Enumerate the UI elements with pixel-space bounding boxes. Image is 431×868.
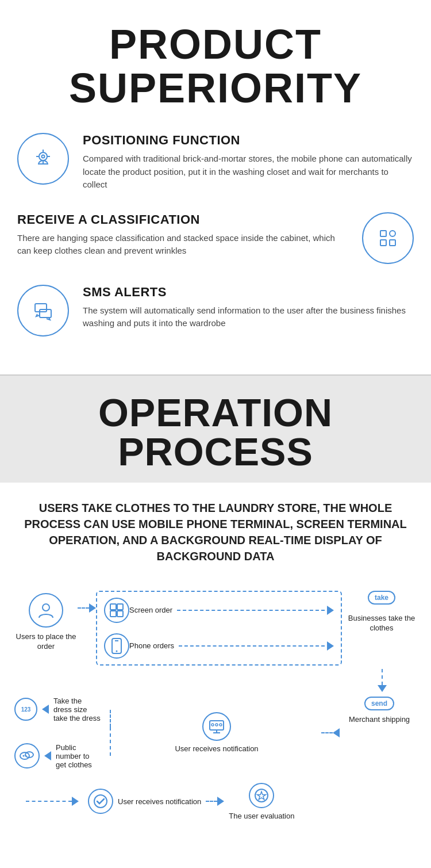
wechat-icon: [19, 748, 35, 764]
phone-arrow: [327, 641, 334, 651]
positioning-title: POSITIONING FUNCTION: [83, 133, 414, 148]
take-dress-item: 123 Take the dress size take the dress: [14, 697, 102, 722]
check-icon: [93, 793, 109, 809]
svg-rect-6: [35, 304, 47, 312]
arrow-down: [378, 685, 387, 692]
location-icon: [30, 146, 56, 171]
operation-section: OPERATION PROCESS: [0, 376, 431, 483]
bottom-check-block: User receives notification: [88, 789, 201, 814]
svg-point-17: [23, 755, 25, 757]
svg-rect-7: [40, 309, 51, 318]
process-content: USERS TAKE CLOTHES TO THE LAUNDRY STORE,…: [0, 483, 431, 843]
svg-point-15: [116, 650, 118, 652]
send-tag: send: [364, 697, 394, 710]
svg-rect-10: [117, 604, 123, 610]
spacer: [14, 727, 102, 739]
svg-rect-4: [380, 240, 386, 246]
svg-point-26: [94, 795, 107, 808]
mid-notification: User receives notification: [114, 697, 319, 769]
person-icon: [36, 601, 56, 620]
screen-icon: [109, 603, 124, 618]
svg-point-0: [39, 152, 47, 160]
user-receives2-label: User receives notification: [118, 797, 201, 806]
feature-classification: RECEIVE A CLASSIFICATION There are hangi…: [17, 212, 414, 264]
mid-section: 123 Take the dress size take the dress: [14, 697, 417, 769]
phone-h-line: [179, 645, 325, 647]
notification-icon-mid: [202, 712, 231, 741]
bottom-arrow-right2: [217, 797, 224, 806]
positioning-desc: Compared with traditional brick-and-mort…: [83, 152, 414, 192]
arrow-left-notif-container: [319, 697, 342, 769]
svg-point-16: [20, 752, 29, 759]
v-line-mid1: [110, 710, 111, 727]
check-icon-circle: [88, 789, 113, 814]
sms-icon-circle: [17, 285, 69, 337]
main-title: PRODUCT SUPERIORITY: [17, 23, 414, 110]
left-returns: 123 Take the dress size take the dress: [14, 697, 106, 769]
sms-desc: The system will automatically send infor…: [83, 304, 414, 330]
public-number-item: Public number to get clothes: [14, 743, 102, 769]
user-receives-label: User receives notification: [175, 744, 258, 753]
user-icon: [29, 593, 63, 628]
bottom-arrow-right: [72, 797, 79, 806]
svg-rect-12: [117, 611, 123, 617]
bottom-h-line2: [206, 801, 217, 802]
v-line-down: [382, 669, 383, 685]
connector-left: [78, 587, 96, 613]
screen-order-icon: [104, 598, 129, 623]
classification-desc: There are hanging space classification a…: [17, 232, 348, 258]
feature-sms: SMS ALERTS The system will automatically…: [17, 285, 414, 337]
screen-h-line: [177, 610, 325, 611]
operation-title: OPERATION PROCESS: [11, 393, 420, 471]
users-label: Users to place the order: [14, 632, 78, 652]
phone-order-label: Phone orders: [129, 641, 174, 650]
merchant-shipping-label: Merchant shipping: [349, 715, 410, 724]
bottom-flow-row: User receives notification The user eval…: [14, 783, 417, 820]
down-arrow-row: [14, 669, 417, 692]
grid-icon: [375, 225, 401, 251]
bottom-arrow2: [206, 797, 224, 806]
mid-arrows: [106, 697, 114, 769]
biz-take-label: Businesses take the clothes: [347, 614, 417, 633]
screen-arrow: [327, 606, 334, 615]
v-line-mid2: [110, 727, 111, 756]
chat-icon: [30, 298, 56, 323]
arrow-left-dress: [42, 705, 49, 714]
phone-icon: [110, 638, 123, 654]
feature-positioning: POSITIONING FUNCTION Compared with tradi…: [17, 133, 414, 192]
svg-point-1: [42, 155, 45, 158]
h-line1: [78, 607, 89, 609]
h-line-notif: [321, 732, 333, 733]
positioning-text: POSITIONING FUNCTION Compared with tradi…: [83, 133, 414, 192]
arrow-left-pub: [44, 751, 51, 760]
users-block: Users to place the order: [14, 587, 78, 652]
evaluation-label: The user evaluation: [229, 812, 294, 820]
product-superiority-section: PRODUCT SUPERIORITY POSITIONING FUNCTION…: [0, 0, 431, 374]
sms-text: SMS ALERTS The system will automatically…: [83, 285, 414, 330]
public-number-icon: [14, 743, 40, 768]
bottom-h-line: [26, 801, 72, 802]
svg-rect-5: [390, 240, 395, 246]
arrow1: [89, 603, 96, 613]
take-dress-label: Take the dress size take the dress: [53, 697, 102, 722]
biz-take-tag: take: [368, 591, 395, 605]
right-merchant: send Merchant shipping: [342, 697, 417, 769]
classification-title: RECEIVE A CLASSIFICATION: [17, 212, 348, 227]
svg-point-23: [211, 724, 214, 726]
evaluation-block: The user evaluation: [229, 783, 294, 820]
top-flow-row: Users to place the order: [14, 587, 417, 666]
phone-order-icon: [104, 633, 129, 659]
screen-order-row: Screen order: [104, 598, 334, 623]
star-icon: [253, 787, 270, 804]
svg-point-25: [220, 724, 222, 726]
down-arrow-container: [378, 669, 387, 692]
bottom-left-arrow: [26, 797, 79, 806]
phone-order-row: Phone orders: [104, 633, 334, 659]
star-icon-circle: [249, 783, 274, 808]
svg-point-24: [216, 724, 218, 726]
public-number-label: Public number to get clothes: [56, 743, 102, 769]
svg-rect-9: [110, 604, 116, 610]
take-dress-icon: 123: [14, 698, 37, 721]
arrow-left-notif: [333, 728, 340, 737]
svg-rect-2: [380, 231, 386, 236]
